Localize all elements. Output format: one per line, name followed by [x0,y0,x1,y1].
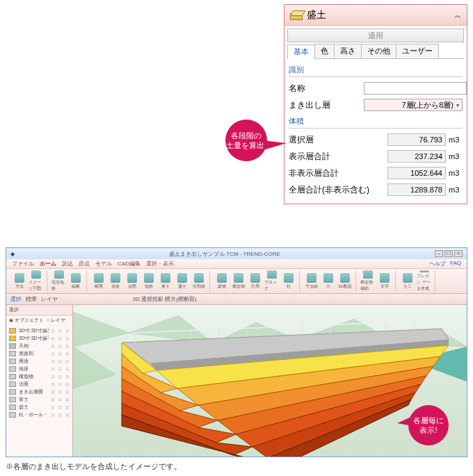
minimize-button[interactable]: – [435,250,443,257]
maximize-button[interactable]: ☐ [444,250,453,257]
ribbon-button[interactable]: 盛土 [175,270,190,292]
ribbon-button[interactable]: 3D配筋 [337,270,353,292]
tool-icon [127,273,137,283]
help-link[interactable]: ヘルプ [429,260,446,268]
color-swatch [9,412,16,418]
section-identify: 識別 [289,62,463,77]
menu-item[interactable]: 原点 [79,260,90,268]
toggle-dots[interactable]: ○ ○ ○ [51,366,70,372]
radio-layer[interactable]: ○ レイヤ [47,317,65,324]
side-row[interactable]: 盛土○ ○ ○ [6,403,72,411]
titlebar[interactable]: ◆ 盛土まき出しサンプル.TCM - TREND-CORE – ☐ × [6,248,467,259]
side-row[interactable]: 柱・ポール・レール○ ○ ○ [6,411,72,418]
toggle-dots[interactable]: ○ ○ ○ [51,328,70,334]
ribbon-button[interactable]: 文字 [377,270,392,292]
callout-calculate-volume: 各段階の土量を算出! [225,120,285,157]
tool-icon [323,273,333,283]
ribbon-button[interactable]: ブロック [264,270,280,292]
select-mode[interactable]: 選択 [10,295,22,303]
side-row[interactable]: 量土○ ○ ○ [6,395,72,403]
menu-item[interactable]: モデル [95,260,112,268]
side-row[interactable]: 地形○ ○ ○ [6,365,72,372]
side-row[interactable]: 凡例○ ○ ○ [6,342,72,350]
viewport-3d[interactable]: 各層毎に表示! [73,305,467,457]
layer-chip[interactable]: レイヤ [41,295,58,303]
toggle-dots[interactable]: ○ ○ ○ [51,359,70,364]
tab-user[interactable]: ユーザー [396,44,439,58]
name-input[interactable] [364,82,467,95]
side-row[interactable]: 構造物○ ○ ○ [6,372,72,380]
faq-link[interactable]: FAQ [450,260,461,268]
ribbon-button[interactable]: 分割線 [191,270,207,292]
tool-icon [307,273,316,283]
tab-color[interactable]: 色 [314,44,335,58]
volume-value: 76.793 [387,133,446,146]
volume-unit: m3 [446,152,463,161]
ribbon-button[interactable]: 地形 [141,270,157,292]
panel-body: 識別 名称 まき出し層 7層(上から8層) ▾ 体積 選択層76.793m3表示… [284,59,467,204]
volume-row: 選択層76.793m3 [289,131,463,148]
toggle-dots[interactable]: ○ ○ ○ [51,381,70,387]
tab-basic[interactable]: 基本 [287,44,315,59]
ribbon-button[interactable]: 方法 [12,270,27,292]
ribbon-button[interactable]: 穴 [321,270,336,292]
tab-height[interactable]: 高さ [334,44,362,58]
ribbon-button[interactable]: 現況地形 [51,270,67,292]
side-row-label: 用途 [19,358,49,365]
apply-button[interactable]: 適用 [287,28,464,42]
tool-icon [31,270,41,279]
menu-strip: ファイル ホーム 読込 原点 モデル CAD編集 選択・表示 ヘルプ FAQ [6,259,467,269]
panel-header[interactable]: 盛土 ︽ [284,5,467,26]
radio-object[interactable]: ◉ オブジェクト [9,317,44,324]
volume-row: 全層合計(非表示含む)1289.878m3 [289,181,463,198]
color-swatch [9,328,16,334]
collapse-icon[interactable]: ︽ [454,10,461,20]
mode-standard[interactable]: 標準 [26,295,37,303]
ribbon-button[interactable]: 量土 [158,270,173,292]
side-row[interactable]: まき出層面○ ○ ○ [6,388,72,395]
toggle-dots[interactable]: ○ ○ ○ [51,374,70,379]
color-swatch [9,336,16,341]
ribbon-button[interactable]: 縦断 [68,270,83,292]
ribbon-button[interactable]: 構造物補助 [360,270,376,292]
volume-unit: m3 [446,136,463,144]
menu-item[interactable]: CAD編集 [118,260,141,268]
menu-item[interactable]: ファイル [12,260,34,268]
view-tab[interactable]: 3D 透視投影 横方(横断面) [133,295,197,303]
ribbon-button[interactable]: 断面 [91,270,106,292]
menu-item[interactable]: 読込 [62,260,73,268]
tool-icon [403,273,412,283]
ribbon-button[interactable]: 法面 [125,270,140,292]
side-row[interactable]: 道路別○ ○ ○ [6,350,72,357]
toggle-dots[interactable]: ○ ○ ○ [51,404,70,410]
side-row[interactable]: 用途○ ○ ○ [6,357,72,365]
ribbon-button[interactable]: イメージ下図 [29,270,44,292]
menu-item[interactable]: 選択・表示 [146,260,174,268]
close-button[interactable]: × [454,250,463,257]
side-row[interactable]: 3D寸:3D寸線生○ ○ ○ [6,327,72,334]
toggle-dots[interactable]: ○ ○ ○ [51,351,70,356]
side-row[interactable]: 法面○ ○ ○ [6,380,72,388]
tab-other[interactable]: その他 [361,44,396,58]
ribbon-button[interactable]: 柱 [281,270,296,292]
menu-item[interactable]: ホーム [40,260,56,268]
ribbon-button[interactable]: 土工 [400,270,415,292]
ribbon-button[interactable]: 道路 [108,270,123,292]
toggle-dots[interactable]: ○ ○ ○ [51,336,70,341]
toggle-dots[interactable]: ○ ○ ○ [51,343,70,349]
help-area: ヘルプ FAQ [429,260,461,268]
color-swatch [9,381,16,387]
ribbon-button[interactable]: 建物 [214,270,230,292]
ribbon-button[interactable]: 寸法線 [304,270,319,292]
toggle-dots[interactable]: ○ ○ ○ [51,397,70,402]
layer-dropdown[interactable]: 7層(上から8層) ▾ [364,99,463,111]
toggle-dots[interactable]: ○ ○ ○ [51,389,70,395]
ribbon-button[interactable]: 構造物 [231,270,246,292]
ribbon-button[interactable]: 汎用 [248,270,263,292]
color-swatch [9,366,16,372]
app-icon: ◆ [10,251,15,257]
field-layer: まき出し層 7層(上から8層) ▾ [289,97,463,113]
ribbon-button[interactable]: プレゼン データ作成 [417,270,432,292]
toggle-dots[interactable]: ○ ○ ○ [51,412,70,418]
side-row[interactable]: 3D寸:3D寸線手○ ○ ○ [6,334,72,342]
